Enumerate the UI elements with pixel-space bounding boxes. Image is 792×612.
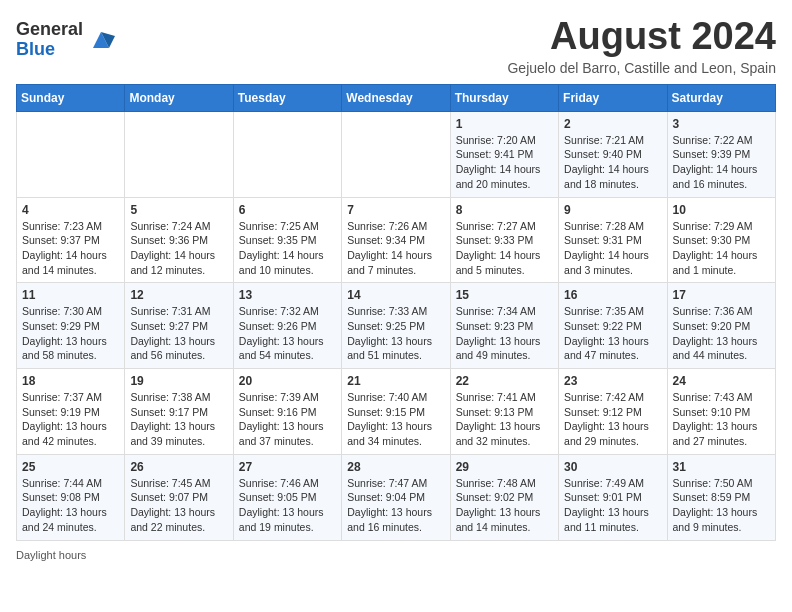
day-number: 10 [673, 203, 770, 217]
day-number: 3 [673, 117, 770, 131]
calendar-cell: 12Sunrise: 7:31 AM Sunset: 9:27 PM Dayli… [125, 283, 233, 369]
day-info: Sunrise: 7:48 AM Sunset: 9:02 PM Dayligh… [456, 476, 553, 535]
day-number: 2 [564, 117, 661, 131]
calendar-cell: 4Sunrise: 7:23 AM Sunset: 9:37 PM Daylig… [17, 197, 125, 283]
calendar-cell: 20Sunrise: 7:39 AM Sunset: 9:16 PM Dayli… [233, 369, 341, 455]
calendar-column-header: Thursday [450, 84, 558, 111]
day-info: Sunrise: 7:24 AM Sunset: 9:36 PM Dayligh… [130, 219, 227, 278]
calendar-cell [17, 111, 125, 197]
day-info: Sunrise: 7:31 AM Sunset: 9:27 PM Dayligh… [130, 304, 227, 363]
footer: Daylight hours [16, 549, 776, 561]
calendar-cell: 14Sunrise: 7:33 AM Sunset: 9:25 PM Dayli… [342, 283, 450, 369]
calendar-cell: 29Sunrise: 7:48 AM Sunset: 9:02 PM Dayli… [450, 454, 558, 540]
calendar-cell: 5Sunrise: 7:24 AM Sunset: 9:36 PM Daylig… [125, 197, 233, 283]
day-number: 9 [564, 203, 661, 217]
calendar-cell: 7Sunrise: 7:26 AM Sunset: 9:34 PM Daylig… [342, 197, 450, 283]
day-info: Sunrise: 7:22 AM Sunset: 9:39 PM Dayligh… [673, 133, 770, 192]
day-number: 1 [456, 117, 553, 131]
calendar-row: 4Sunrise: 7:23 AM Sunset: 9:37 PM Daylig… [17, 197, 776, 283]
calendar-cell: 19Sunrise: 7:38 AM Sunset: 9:17 PM Dayli… [125, 369, 233, 455]
day-info: Sunrise: 7:45 AM Sunset: 9:07 PM Dayligh… [130, 476, 227, 535]
calendar-cell: 18Sunrise: 7:37 AM Sunset: 9:19 PM Dayli… [17, 369, 125, 455]
day-info: Sunrise: 7:35 AM Sunset: 9:22 PM Dayligh… [564, 304, 661, 363]
day-info: Sunrise: 7:20 AM Sunset: 9:41 PM Dayligh… [456, 133, 553, 192]
day-info: Sunrise: 7:38 AM Sunset: 9:17 PM Dayligh… [130, 390, 227, 449]
day-number: 17 [673, 288, 770, 302]
calendar-cell: 15Sunrise: 7:34 AM Sunset: 9:23 PM Dayli… [450, 283, 558, 369]
day-number: 4 [22, 203, 119, 217]
day-info: Sunrise: 7:37 AM Sunset: 9:19 PM Dayligh… [22, 390, 119, 449]
logo-text: General Blue [16, 20, 83, 60]
page-header: General Blue August 2024 Gejuelo del Bar… [16, 16, 776, 76]
calendar-column-header: Tuesday [233, 84, 341, 111]
day-info: Sunrise: 7:47 AM Sunset: 9:04 PM Dayligh… [347, 476, 444, 535]
day-info: Sunrise: 7:50 AM Sunset: 8:59 PM Dayligh… [673, 476, 770, 535]
day-info: Sunrise: 7:26 AM Sunset: 9:34 PM Dayligh… [347, 219, 444, 278]
calendar-cell: 9Sunrise: 7:28 AM Sunset: 9:31 PM Daylig… [559, 197, 667, 283]
logo-general: General [16, 19, 83, 39]
day-info: Sunrise: 7:46 AM Sunset: 9:05 PM Dayligh… [239, 476, 336, 535]
logo-icon [87, 26, 115, 54]
calendar-row: 11Sunrise: 7:30 AM Sunset: 9:29 PM Dayli… [17, 283, 776, 369]
calendar-cell: 27Sunrise: 7:46 AM Sunset: 9:05 PM Dayli… [233, 454, 341, 540]
day-info: Sunrise: 7:43 AM Sunset: 9:10 PM Dayligh… [673, 390, 770, 449]
day-info: Sunrise: 7:27 AM Sunset: 9:33 PM Dayligh… [456, 219, 553, 278]
calendar-cell [342, 111, 450, 197]
day-info: Sunrise: 7:44 AM Sunset: 9:08 PM Dayligh… [22, 476, 119, 535]
calendar-cell: 26Sunrise: 7:45 AM Sunset: 9:07 PM Dayli… [125, 454, 233, 540]
calendar-cell: 23Sunrise: 7:42 AM Sunset: 9:12 PM Dayli… [559, 369, 667, 455]
day-number: 6 [239, 203, 336, 217]
day-number: 26 [130, 460, 227, 474]
day-info: Sunrise: 7:41 AM Sunset: 9:13 PM Dayligh… [456, 390, 553, 449]
calendar-cell [233, 111, 341, 197]
day-info: Sunrise: 7:23 AM Sunset: 9:37 PM Dayligh… [22, 219, 119, 278]
day-number: 23 [564, 374, 661, 388]
calendar-cell: 22Sunrise: 7:41 AM Sunset: 9:13 PM Dayli… [450, 369, 558, 455]
day-number: 24 [673, 374, 770, 388]
day-number: 28 [347, 460, 444, 474]
day-info: Sunrise: 7:36 AM Sunset: 9:20 PM Dayligh… [673, 304, 770, 363]
day-number: 22 [456, 374, 553, 388]
calendar-column-header: Monday [125, 84, 233, 111]
calendar-cell: 8Sunrise: 7:27 AM Sunset: 9:33 PM Daylig… [450, 197, 558, 283]
calendar-row: 1Sunrise: 7:20 AM Sunset: 9:41 PM Daylig… [17, 111, 776, 197]
calendar-column-header: Wednesday [342, 84, 450, 111]
day-number: 12 [130, 288, 227, 302]
day-number: 8 [456, 203, 553, 217]
day-number: 15 [456, 288, 553, 302]
day-number: 30 [564, 460, 661, 474]
calendar-cell [125, 111, 233, 197]
calendar-cell: 24Sunrise: 7:43 AM Sunset: 9:10 PM Dayli… [667, 369, 775, 455]
calendar-cell: 1Sunrise: 7:20 AM Sunset: 9:41 PM Daylig… [450, 111, 558, 197]
main-title: August 2024 [507, 16, 776, 58]
day-number: 27 [239, 460, 336, 474]
calendar-row: 18Sunrise: 7:37 AM Sunset: 9:19 PM Dayli… [17, 369, 776, 455]
day-number: 19 [130, 374, 227, 388]
day-info: Sunrise: 7:49 AM Sunset: 9:01 PM Dayligh… [564, 476, 661, 535]
day-number: 25 [22, 460, 119, 474]
calendar-cell: 31Sunrise: 7:50 AM Sunset: 8:59 PM Dayli… [667, 454, 775, 540]
calendar-cell: 21Sunrise: 7:40 AM Sunset: 9:15 PM Dayli… [342, 369, 450, 455]
calendar-column-header: Saturday [667, 84, 775, 111]
day-info: Sunrise: 7:30 AM Sunset: 9:29 PM Dayligh… [22, 304, 119, 363]
day-info: Sunrise: 7:21 AM Sunset: 9:40 PM Dayligh… [564, 133, 661, 192]
calendar-cell: 6Sunrise: 7:25 AM Sunset: 9:35 PM Daylig… [233, 197, 341, 283]
day-info: Sunrise: 7:42 AM Sunset: 9:12 PM Dayligh… [564, 390, 661, 449]
day-info: Sunrise: 7:34 AM Sunset: 9:23 PM Dayligh… [456, 304, 553, 363]
calendar-cell: 28Sunrise: 7:47 AM Sunset: 9:04 PM Dayli… [342, 454, 450, 540]
day-number: 11 [22, 288, 119, 302]
calendar-cell: 2Sunrise: 7:21 AM Sunset: 9:40 PM Daylig… [559, 111, 667, 197]
day-info: Sunrise: 7:39 AM Sunset: 9:16 PM Dayligh… [239, 390, 336, 449]
subtitle: Gejuelo del Barro, Castille and Leon, Sp… [507, 60, 776, 76]
day-number: 18 [22, 374, 119, 388]
day-number: 29 [456, 460, 553, 474]
calendar-cell: 11Sunrise: 7:30 AM Sunset: 9:29 PM Dayli… [17, 283, 125, 369]
day-info: Sunrise: 7:32 AM Sunset: 9:26 PM Dayligh… [239, 304, 336, 363]
calendar-column-header: Friday [559, 84, 667, 111]
calendar-column-header: Sunday [17, 84, 125, 111]
title-block: August 2024 Gejuelo del Barro, Castille … [507, 16, 776, 76]
logo-blue: Blue [16, 39, 55, 59]
day-info: Sunrise: 7:40 AM Sunset: 9:15 PM Dayligh… [347, 390, 444, 449]
calendar-header-row: SundayMondayTuesdayWednesdayThursdayFrid… [17, 84, 776, 111]
calendar-cell: 30Sunrise: 7:49 AM Sunset: 9:01 PM Dayli… [559, 454, 667, 540]
